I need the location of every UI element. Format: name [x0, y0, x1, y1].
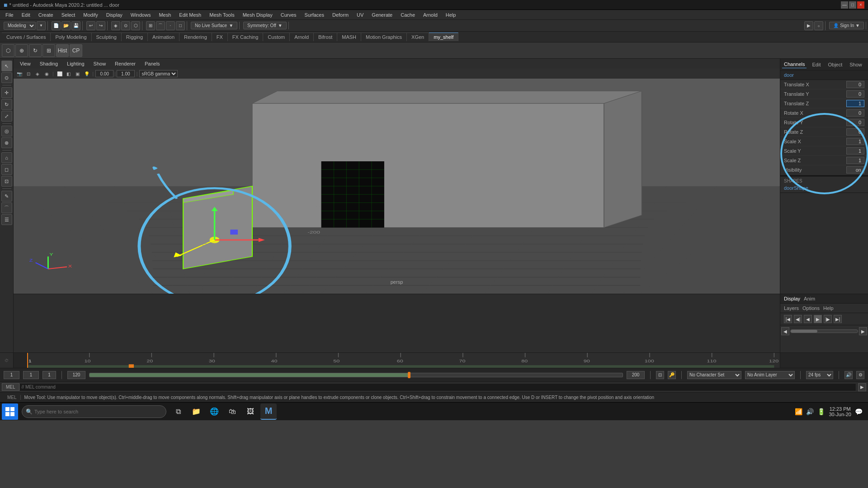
menu-mesh-display[interactable]: Mesh Display: [239, 11, 276, 19]
minimize-button[interactable]: —: [841, 1, 848, 9]
menu-display[interactable]: Display: [103, 11, 126, 19]
shelf-tab-curves-surfaces[interactable]: Curves / Surfaces: [2, 33, 51, 41]
selection-mask-button[interactable]: ⊡: [24, 70, 33, 78]
snap-curve-button[interactable]: ⌒: [156, 21, 165, 30]
move-tool-left[interactable]: ✛: [1, 87, 12, 98]
options-tab[interactable]: Options: [802, 305, 820, 311]
lasso-select-button[interactable]: ⊙: [121, 21, 130, 30]
viewport-menu-show[interactable]: Show: [91, 60, 109, 67]
playhead[interactable]: [27, 353, 28, 368]
range-bar[interactable]: [89, 373, 623, 377]
translate-x-input[interactable]: [95, 70, 113, 77]
translate-z-value[interactable]: 1: [846, 100, 864, 107]
soft-select-left[interactable]: ◎: [1, 126, 12, 136]
textured-button[interactable]: ▣: [74, 70, 82, 78]
play-back-button[interactable]: ◀: [804, 315, 812, 323]
browser-button[interactable]: 🌐: [206, 404, 222, 420]
script-execute-button[interactable]: ▶: [858, 383, 866, 391]
save-scene-button[interactable]: 💾: [71, 21, 80, 30]
help-tab[interactable]: Help: [823, 305, 834, 311]
undo-button[interactable]: ↩: [86, 21, 95, 30]
translate-x-value[interactable]: 0: [846, 81, 864, 88]
annotation-left[interactable]: ✎: [1, 191, 12, 202]
scale-x-value[interactable]: 1: [846, 138, 864, 145]
lights-button[interactable]: 💡: [83, 70, 91, 78]
mode-dropdown[interactable]: Modeling: [4, 22, 36, 30]
lasso-tool-left[interactable]: ⌂: [1, 152, 12, 163]
timeline[interactable]: ⏱ 1 10 20 30 40 50: [0, 352, 868, 368]
file-explorer-button[interactable]: 📁: [188, 404, 204, 420]
shelf-icon-history[interactable]: Hist: [56, 44, 69, 57]
shelf-tab-poly-modeling[interactable]: Poly Modeling: [51, 33, 91, 41]
show-manipulator-left[interactable]: ⊗: [1, 137, 12, 148]
menu-modify[interactable]: Modify: [80, 11, 101, 19]
menu-help[interactable]: Help: [442, 11, 460, 19]
mel-tab-button[interactable]: MEL: [2, 383, 19, 391]
isolate-select-button[interactable]: ◉: [42, 70, 51, 78]
display-tab[interactable]: Display: [784, 296, 800, 301]
ipr-button[interactable]: ⬦: [814, 21, 823, 30]
visibility-value[interactable]: on: [846, 166, 864, 174]
scroll-left-button[interactable]: ◀: [781, 327, 789, 335]
range-mode-button[interactable]: ⊡: [656, 371, 664, 379]
symmetry-button[interactable]: Symmetry: Off▼: [243, 22, 287, 29]
shelf-tab-animation[interactable]: Animation: [148, 33, 179, 41]
paint-select-button[interactable]: ⬡: [131, 21, 140, 30]
rotate-y-value[interactable]: 0: [846, 119, 864, 126]
shaded-button[interactable]: ◧: [65, 70, 73, 78]
channels-tab[interactable]: Channels: [782, 61, 807, 68]
object-tab[interactable]: Object: [826, 61, 844, 68]
select-tool-button[interactable]: ◈: [111, 21, 120, 30]
scroll-track[interactable]: [790, 329, 858, 333]
shelf-icon-rotate[interactable]: ↻: [29, 44, 42, 57]
shelf-icon-cp[interactable]: CP: [70, 44, 82, 57]
shelf-tab-my-shelf[interactable]: my_shelf: [429, 33, 458, 41]
snap-point-button[interactable]: ·: [166, 21, 175, 30]
menu-uv[interactable]: UV: [353, 11, 367, 19]
menu-deform[interactable]: Deform: [329, 11, 352, 19]
edit-tab[interactable]: Edit: [810, 61, 822, 68]
range-end-input[interactable]: [627, 371, 645, 379]
live-surface-button[interactable]: No Live Surface▼: [191, 22, 237, 29]
scale-tool-left[interactable]: ⤢: [1, 111, 12, 122]
scale-z-value[interactable]: 1: [846, 157, 864, 164]
scale-y-value[interactable]: 1: [846, 147, 864, 155]
viewport-menu-lighting[interactable]: Lighting: [64, 60, 87, 67]
translate-y-input[interactable]: [117, 70, 135, 77]
preferences-button[interactable]: ⚙: [856, 371, 864, 379]
shelf-tab-sculpting[interactable]: Sculpting: [92, 33, 122, 41]
go-to-start-button[interactable]: |◀: [784, 315, 792, 323]
mode-options-button[interactable]: ▼: [37, 21, 46, 30]
end-frame-input[interactable]: [67, 371, 85, 379]
maya-taskbar-button[interactable]: M: [260, 404, 277, 420]
play-button[interactable]: ▶: [814, 315, 822, 323]
shelf-tab-bifrost[interactable]: Bifrost: [314, 33, 337, 41]
shelf-icon-transform[interactable]: ⊕: [15, 44, 28, 57]
redo-button[interactable]: ↪: [96, 21, 105, 30]
windows-start-button[interactable]: [2, 404, 18, 420]
photos-button[interactable]: 🖼: [242, 404, 259, 420]
shelf-icon-select[interactable]: ⬡: [2, 44, 14, 57]
menu-windows[interactable]: Windows: [127, 11, 155, 19]
scene-3d[interactable]: -200 -200 -300 X Y Z persp: [14, 79, 780, 294]
snap-view-button[interactable]: □: [176, 21, 185, 30]
menu-file[interactable]: File: [2, 11, 17, 19]
menu-surfaces[interactable]: Surfaces: [301, 11, 328, 19]
viewport-menu-renderer[interactable]: Renderer: [112, 60, 138, 67]
scroll-right-button[interactable]: ▶: [859, 327, 867, 335]
shelf-tab-mash[interactable]: MASH: [337, 33, 361, 41]
menu-create[interactable]: Create: [35, 11, 57, 19]
menu-edit[interactable]: Edit: [18, 11, 34, 19]
new-scene-button[interactable]: 📄: [52, 21, 61, 30]
menu-arnold[interactable]: Arnold: [420, 11, 441, 19]
viewport-menu-shading[interactable]: Shading: [37, 60, 61, 67]
task-view-button[interactable]: ⧉: [170, 404, 186, 420]
current-frame-input[interactable]: [23, 371, 39, 379]
windows-search-box[interactable]: 🔍: [22, 405, 166, 418]
snap-grid-button[interactable]: ⊞: [146, 21, 155, 30]
window-controls[interactable]: — □ ×: [841, 1, 864, 9]
show-tab[interactable]: Show: [848, 61, 864, 68]
translate-y-value[interactable]: 0: [846, 90, 864, 98]
shelf-tab-rendering[interactable]: Rendering: [179, 33, 212, 41]
timeline-ruler[interactable]: 1 10 20 30 40 50 60 70 80: [27, 353, 780, 368]
